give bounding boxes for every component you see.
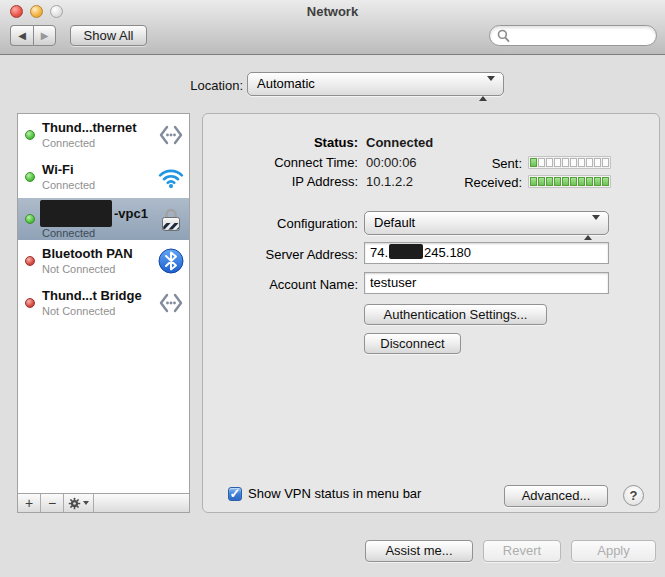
network-preferences-window: Network ◀ ▶ Show All Location: Automatic… xyxy=(0,0,665,577)
status-dot-green-icon xyxy=(25,172,35,182)
vpn-menubar-checkbox[interactable]: ✓ Show VPN status in menu bar xyxy=(228,486,421,501)
vpn-lock-icon xyxy=(158,206,184,232)
forward-button[interactable]: ▶ xyxy=(33,25,56,46)
service-status: Connected xyxy=(42,179,95,191)
service-status: Connected xyxy=(42,227,95,239)
bluetooth-icon xyxy=(158,248,184,274)
gear-caret-icon xyxy=(83,501,89,505)
apply-button: Apply xyxy=(571,540,656,562)
search-icon xyxy=(497,29,510,43)
help-button[interactable]: ? xyxy=(623,485,644,506)
received-label: Received: xyxy=(392,175,522,190)
back-button[interactable]: ◀ xyxy=(10,25,33,46)
search-input[interactable] xyxy=(489,25,657,46)
redaction-box xyxy=(389,244,423,259)
ethernet-icon xyxy=(158,290,184,316)
status-value: Connected xyxy=(366,135,433,150)
service-row-thunderbolt-bridge[interactable]: Thund...t Bridge Not Connected xyxy=(18,282,189,324)
wifi-icon xyxy=(158,164,184,190)
service-name: -vpc1 xyxy=(114,206,148,221)
status-dot-red-icon xyxy=(25,298,35,308)
checkbox-icon: ✓ xyxy=(228,487,242,501)
status-dot-red-icon xyxy=(25,256,35,266)
title-bar: Network ◀ ▶ Show All xyxy=(0,0,665,55)
services-list: Thund...thernet Connected Wi-Fi Connecte… xyxy=(17,113,190,513)
server-address-field[interactable]: 74.245.180 xyxy=(364,242,609,264)
service-status: Connected xyxy=(42,137,137,149)
server-address-prefix: 74. xyxy=(370,245,388,260)
location-label: Location: xyxy=(0,78,243,93)
service-name: Bluetooth PAN xyxy=(42,246,133,261)
authentication-settings-button[interactable]: Authentication Settings... xyxy=(364,304,547,325)
service-row-wifi[interactable]: Wi-Fi Connected xyxy=(18,156,189,198)
advanced-button[interactable]: Advanced... xyxy=(504,485,608,507)
status-dot-green-icon xyxy=(25,214,35,224)
status-label: Status: xyxy=(203,135,358,150)
ip-address-label: IP Address: xyxy=(203,174,358,189)
window-title: Network xyxy=(0,4,665,19)
connection-detail-panel: Status: Connected Connect Time: 00:00:06… xyxy=(202,113,660,513)
action-gear-button[interactable] xyxy=(64,494,94,512)
sent-label: Sent: xyxy=(392,156,522,171)
configuration-value: Default xyxy=(374,215,415,230)
service-status: Not Connected xyxy=(42,263,133,275)
redaction-box xyxy=(40,200,112,227)
popup-arrows-icon xyxy=(584,217,600,239)
account-name-value: testuser xyxy=(370,275,416,290)
location-popup[interactable]: Automatic xyxy=(247,72,504,96)
configuration-popup[interactable]: Default xyxy=(364,211,609,235)
gear-icon xyxy=(68,497,81,510)
server-address-suffix: 245.180 xyxy=(424,245,471,260)
ethernet-icon xyxy=(158,122,184,148)
add-service-button[interactable]: + xyxy=(18,494,41,512)
service-row-bluetooth-pan[interactable]: Bluetooth PAN Not Connected xyxy=(18,240,189,282)
account-name-label: Account Name: xyxy=(203,277,358,292)
popup-arrows-icon xyxy=(479,78,495,100)
service-name: Wi-Fi xyxy=(42,162,74,177)
service-row-thunderbolt-ethernet[interactable]: Thund...thernet Connected xyxy=(18,114,189,156)
list-action-bar: + − xyxy=(18,493,189,512)
location-value: Automatic xyxy=(257,76,315,91)
sent-activity-bars xyxy=(528,156,611,169)
disconnect-button[interactable]: Disconnect xyxy=(364,333,461,354)
configuration-label: Configuration: xyxy=(203,216,358,231)
assist-me-button[interactable]: Assist me... xyxy=(365,540,473,562)
connect-time-label: Connect Time: xyxy=(203,155,358,170)
revert-button: Revert xyxy=(483,540,561,562)
nav-buttons: ◀ ▶ xyxy=(10,25,56,46)
remove-service-button[interactable]: − xyxy=(41,494,64,512)
service-row-vpn[interactable]: -vpc1 Connected xyxy=(18,198,189,240)
service-name: Thund...thernet xyxy=(42,120,137,135)
status-dot-green-icon xyxy=(25,130,35,140)
server-address-label: Server Address: xyxy=(203,247,358,262)
account-name-field[interactable]: testuser xyxy=(364,272,609,294)
service-status: Not Connected xyxy=(42,305,142,317)
service-name: Thund...t Bridge xyxy=(42,288,142,303)
checkbox-label: Show VPN status in menu bar xyxy=(248,486,421,501)
show-all-button[interactable]: Show All xyxy=(70,25,147,46)
received-activity-bars xyxy=(528,175,611,188)
